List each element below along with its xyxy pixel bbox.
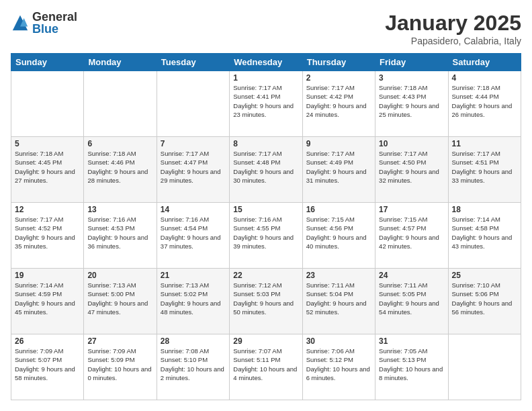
weekday-header: Wednesday [230,54,302,71]
day-info: Sunrise: 7:17 AMSunset: 4:50 PMDaylight:… [379,149,444,185]
day-info: Sunrise: 7:17 AMSunset: 4:42 PMDaylight:… [306,83,371,119]
day-info: Sunrise: 7:11 AMSunset: 5:04 PMDaylight:… [306,281,371,316]
day-info: Sunrise: 7:18 AMSunset: 4:46 PMDaylight:… [87,149,152,185]
day-info: Sunrise: 7:17 AMSunset: 4:47 PMDaylight:… [161,149,226,185]
day-number: 15 [233,205,298,214]
day-number: 19 [15,271,80,280]
day-number: 1 [233,73,298,83]
calendar-cell: 17 Sunrise: 7:15 AMSunset: 4:57 PMDaylig… [375,203,448,269]
calendar-cell: 19 Sunrise: 7:14 AMSunset: 4:59 PMDaylig… [11,269,84,334]
day-number: 23 [306,271,371,280]
day-number: 2 [306,73,371,83]
day-info: Sunrise: 7:09 AMSunset: 5:07 PMDaylight:… [15,347,80,382]
calendar-cell: 2 Sunrise: 7:17 AMSunset: 4:42 PMDayligh… [302,71,375,137]
day-number: 20 [87,271,152,280]
calendar-cell: 13 Sunrise: 7:16 AMSunset: 4:53 PMDaylig… [84,203,157,269]
calendar-cell: 30 Sunrise: 7:06 AMSunset: 5:12 PMDaylig… [302,334,375,400]
day-number: 18 [452,205,517,214]
calendar-table: SundayMondayTuesdayWednesdayThursdayFrid… [11,53,521,400]
day-info: Sunrise: 7:14 AMSunset: 4:58 PMDaylight:… [452,215,517,250]
logo-general: General [32,11,77,23]
calendar-cell: 28 Sunrise: 7:08 AMSunset: 5:10 PMDaylig… [157,334,229,400]
header: General Blue January 2025 Papasidero, Ca… [11,11,521,46]
day-info: Sunrise: 7:13 AMSunset: 5:00 PMDaylight:… [87,281,152,316]
day-number: 11 [452,139,517,148]
weekday-header-row: SundayMondayTuesdayWednesdayThursdayFrid… [11,54,521,71]
day-number: 10 [379,139,444,148]
calendar-cell: 22 Sunrise: 7:12 AMSunset: 5:03 PMDaylig… [230,269,302,334]
calendar-cell: 9 Sunrise: 7:17 AMSunset: 4:49 PMDayligh… [302,137,375,203]
day-info: Sunrise: 7:18 AMSunset: 4:45 PMDaylight:… [15,149,80,185]
calendar-cell: 12 Sunrise: 7:17 AMSunset: 4:52 PMDaylig… [11,203,84,269]
calendar-cell: 20 Sunrise: 7:13 AMSunset: 5:00 PMDaylig… [84,269,157,334]
calendar-cell [157,71,229,137]
day-number: 16 [306,205,371,214]
calendar-week-row: 12 Sunrise: 7:17 AMSunset: 4:52 PMDaylig… [11,203,521,269]
day-number: 9 [306,139,371,148]
calendar-cell [84,71,157,137]
day-info: Sunrise: 7:06 AMSunset: 5:12 PMDaylight:… [306,347,371,382]
calendar-week-row: 1 Sunrise: 7:17 AMSunset: 4:41 PMDayligh… [11,71,521,137]
calendar-cell: 1 Sunrise: 7:17 AMSunset: 4:41 PMDayligh… [230,71,302,137]
calendar-cell: 27 Sunrise: 7:09 AMSunset: 5:09 PMDaylig… [84,334,157,400]
day-info: Sunrise: 7:17 AMSunset: 4:51 PMDaylight:… [452,149,517,185]
calendar-cell: 23 Sunrise: 7:11 AMSunset: 5:04 PMDaylig… [302,269,375,334]
day-info: Sunrise: 7:18 AMSunset: 4:44 PMDaylight:… [452,83,517,119]
calendar-week-row: 5 Sunrise: 7:18 AMSunset: 4:45 PMDayligh… [11,137,521,203]
title-section: January 2025 Papasidero, Calabria, Italy [385,11,521,46]
day-number: 22 [233,271,298,280]
logo-text: General Blue [32,11,77,35]
calendar-cell: 29 Sunrise: 7:07 AMSunset: 5:11 PMDaylig… [230,334,302,400]
day-info: Sunrise: 7:18 AMSunset: 4:43 PMDaylight:… [379,83,444,119]
calendar-cell: 8 Sunrise: 7:17 AMSunset: 4:48 PMDayligh… [230,137,302,203]
day-number: 4 [452,73,517,83]
day-info: Sunrise: 7:16 AMSunset: 4:55 PMDaylight:… [233,215,298,250]
calendar-cell: 10 Sunrise: 7:17 AMSunset: 4:50 PMDaylig… [375,137,448,203]
calendar-cell: 5 Sunrise: 7:18 AMSunset: 4:45 PMDayligh… [11,137,84,203]
day-number: 31 [379,336,444,346]
weekday-header: Friday [375,54,448,71]
calendar-cell: 31 Sunrise: 7:05 AMSunset: 5:13 PMDaylig… [375,334,448,400]
day-number: 29 [233,336,298,346]
calendar-cell: 4 Sunrise: 7:18 AMSunset: 4:44 PMDayligh… [448,71,521,137]
weekday-header: Sunday [11,54,84,71]
day-info: Sunrise: 7:13 AMSunset: 5:02 PMDaylight:… [161,281,226,316]
calendar-cell [448,334,521,400]
month-title: January 2025 [385,11,521,36]
calendar-week-row: 19 Sunrise: 7:14 AMSunset: 4:59 PMDaylig… [11,269,521,334]
calendar-cell: 18 Sunrise: 7:14 AMSunset: 4:58 PMDaylig… [448,203,521,269]
day-info: Sunrise: 7:17 AMSunset: 4:41 PMDaylight:… [233,83,298,119]
day-info: Sunrise: 7:10 AMSunset: 5:06 PMDaylight:… [452,281,517,316]
calendar-cell: 3 Sunrise: 7:18 AMSunset: 4:43 PMDayligh… [375,71,448,137]
day-info: Sunrise: 7:16 AMSunset: 4:54 PMDaylight:… [161,215,226,250]
calendar-cell [11,71,84,137]
day-info: Sunrise: 7:15 AMSunset: 4:57 PMDaylight:… [379,215,444,250]
day-info: Sunrise: 7:12 AMSunset: 5:03 PMDaylight:… [233,281,298,316]
day-number: 14 [161,205,226,214]
day-info: Sunrise: 7:05 AMSunset: 5:13 PMDaylight:… [379,347,444,382]
calendar-cell: 24 Sunrise: 7:11 AMSunset: 5:05 PMDaylig… [375,269,448,334]
day-number: 7 [161,139,226,148]
day-info: Sunrise: 7:14 AMSunset: 4:59 PMDaylight:… [15,281,80,316]
day-number: 17 [379,205,444,214]
day-number: 21 [161,271,226,280]
calendar-cell: 21 Sunrise: 7:13 AMSunset: 5:02 PMDaylig… [157,269,229,334]
calendar-cell: 6 Sunrise: 7:18 AMSunset: 4:46 PMDayligh… [84,137,157,203]
day-number: 24 [379,271,444,280]
day-number: 27 [87,336,152,346]
weekday-header: Thursday [302,54,375,71]
weekday-header: Saturday [448,54,521,71]
logo-icon [11,13,30,32]
day-number: 8 [233,139,298,148]
calendar-cell: 14 Sunrise: 7:16 AMSunset: 4:54 PMDaylig… [157,203,229,269]
logo-blue: Blue [32,23,77,35]
day-number: 6 [87,139,152,148]
day-info: Sunrise: 7:16 AMSunset: 4:53 PMDaylight:… [87,215,152,250]
day-number: 26 [15,336,80,346]
day-number: 25 [452,271,517,280]
day-info: Sunrise: 7:15 AMSunset: 4:56 PMDaylight:… [306,215,371,250]
day-number: 3 [379,73,444,83]
calendar-cell: 15 Sunrise: 7:16 AMSunset: 4:55 PMDaylig… [230,203,302,269]
day-number: 30 [306,336,371,346]
calendar-week-row: 26 Sunrise: 7:09 AMSunset: 5:07 PMDaylig… [11,334,521,400]
